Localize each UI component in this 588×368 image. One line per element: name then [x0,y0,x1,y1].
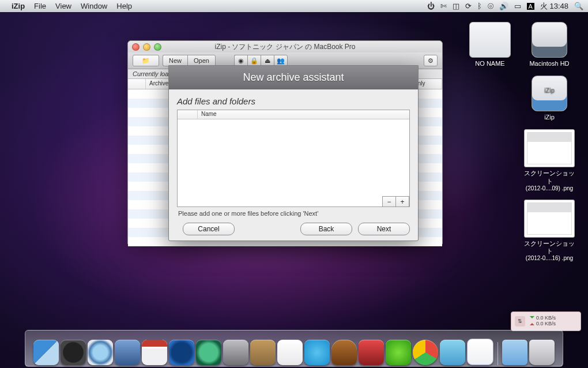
add-file-button[interactable]: + [395,196,409,207]
col-name[interactable]: Name [198,110,220,119]
col-blank2[interactable] [178,110,198,119]
dock-ical[interactable] [142,340,167,365]
dock-box-app[interactable] [250,340,276,365]
gear-icon-button[interactable]: ⚙ [424,55,438,66]
scissors-icon[interactable]: ✄ [440,2,447,10]
next-button[interactable]: Next [358,223,410,235]
zoom-button[interactable] [154,43,161,51]
users-icon-button[interactable]: 👥 [274,55,288,66]
folder-icon-button[interactable]: 📁 [133,55,159,66]
menu-help[interactable]: Help [116,2,132,10]
traffic-lights [132,43,161,51]
dock [25,330,563,367]
menubar: iZip File View Window Help ⏻ ✄ ◫ ⟳ ᛒ ⦾ 🔊… [0,0,588,12]
new-button[interactable]: New [163,55,187,66]
input-source-icon[interactable]: A [527,3,534,10]
wifi-icon[interactable]: ⦾ [488,2,493,11]
screenshot-1[interactable]: スクリーンショット (2012-0....09) .png [523,129,576,191]
macintosh-hd[interactable]: Macintosh HD [523,22,576,67]
dock-green-app[interactable] [386,340,411,365]
dock-finder[interactable] [33,340,59,365]
window-title: iZip - ソフトニック ジャパン の MacBook Pro [214,42,355,52]
dock-separator [497,342,498,365]
power-icon[interactable]: ⏻ [427,2,435,10]
dock-butterfly[interactable] [440,340,465,365]
back-button[interactable]: Back [300,223,352,235]
dock-safari[interactable] [88,340,113,365]
battery-icon[interactable]: ▭ [514,2,521,10]
dock-radio[interactable] [331,340,357,365]
minimize-button[interactable] [143,43,150,51]
dock-skype[interactable] [304,340,330,365]
file-list[interactable]: Name − + [177,110,410,207]
col-blank[interactable] [128,79,146,89]
cancel-button[interactable]: Cancel [183,223,235,235]
menu-file[interactable]: File [34,2,46,10]
remove-file-button[interactable]: − [382,196,396,207]
lock-icon-button[interactable]: 🔒 [247,55,261,66]
screenshot-2[interactable]: スクリーンショット (2012-0....16) .png [523,200,576,261]
bluetooth-icon[interactable]: ᛒ [477,2,482,10]
open-button[interactable]: Open [187,55,216,66]
izip-volume[interactable]: iZip [523,76,576,121]
spotlight-icon[interactable]: 🔍 [574,2,583,10]
info-icon-button[interactable]: ◉ [234,55,247,66]
cube-icon[interactable]: ◫ [453,2,459,10]
dock-photo-booth[interactable] [359,340,384,365]
network-meter[interactable]: ⇅ 0.0 KB/s 0.0 KB/s [511,311,581,331]
dock-paper-doc[interactable] [467,339,493,365]
menu-view[interactable]: View [55,2,71,10]
sync-icon[interactable]: ⟳ [465,2,472,10]
desktop-icons-col-2: Macintosh HD iZip スクリーンショット (2012-0....0… [518,22,581,261]
sheet-title: New archive assistant [169,66,418,89]
dock-chrome[interactable] [413,340,438,365]
network-icon: ⇅ [515,316,525,326]
dock-mail[interactable] [115,340,140,365]
dock-trash[interactable] [529,340,555,365]
sheet-subhead: Add files and folders [177,96,410,106]
hint-text: Please add one or more files before clic… [178,210,409,217]
clock[interactable]: 火 13:48 [540,1,568,12]
new-archive-assistant-sheet: New archive assistant Add files and fold… [168,65,419,241]
no-name-drive[interactable]: NO NAME [463,22,517,67]
close-button[interactable] [132,43,140,51]
desktop-icons-col-1: NO NAME [464,22,516,67]
dock-dashboard[interactable] [61,340,86,365]
dock-time-machine[interactable] [196,340,221,365]
dock-text-doc[interactable] [277,340,303,365]
dock-itunes[interactable] [169,340,194,365]
menu-window[interactable]: Window [81,2,107,10]
upload-rate: 0.0 KB/s [530,321,556,327]
dock-system-preferences[interactable] [223,340,248,365]
app-menu[interactable]: iZip [12,2,25,10]
eject-icon-button[interactable]: ⏏ [261,55,274,66]
dock-downloads[interactable] [502,340,527,365]
volume-icon[interactable]: 🔊 [499,2,508,10]
window-titlebar[interactable]: iZip - ソフトニック ジャパン の MacBook Pro [128,41,442,52]
